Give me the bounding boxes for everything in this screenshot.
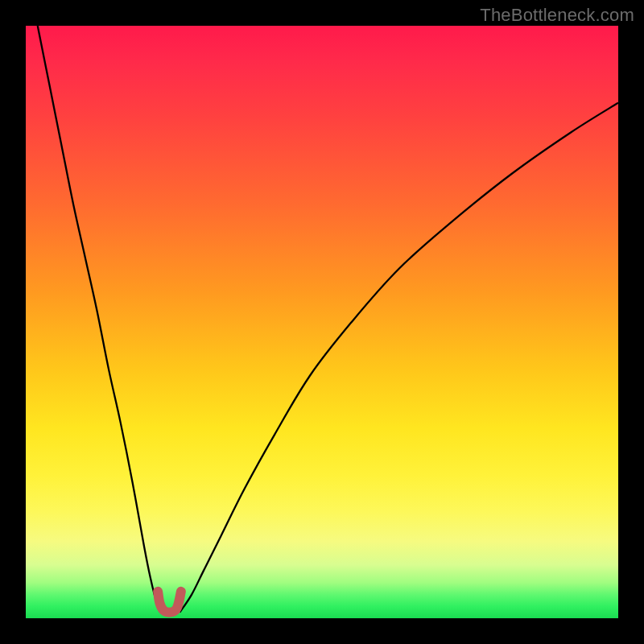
- chart-frame: TheBottleneck.com: [0, 0, 644, 644]
- watermark-text: TheBottleneck.com: [480, 5, 634, 26]
- trough-marker-curve: [158, 592, 181, 613]
- plot-area: [26, 26, 618, 618]
- curve-layer: [26, 26, 618, 618]
- left-branch-curve: [38, 26, 163, 613]
- right-branch-curve: [180, 103, 618, 613]
